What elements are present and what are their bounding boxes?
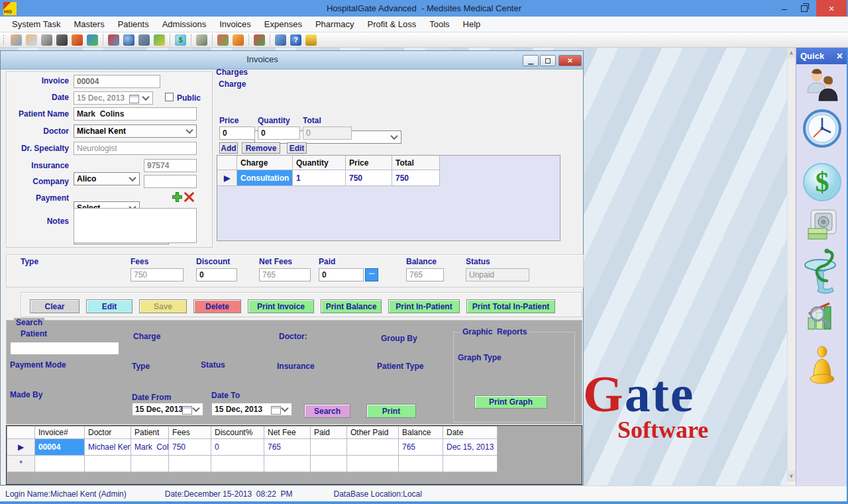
report-search-icon[interactable] [804, 299, 840, 338]
column-header[interactable]: Other Paid [347, 427, 399, 439]
insurance-number-field[interactable]: 97574 [144, 159, 197, 172]
column-header[interactable]: Invoice# [35, 427, 85, 439]
pen-icon[interactable] [72, 34, 83, 46]
child-minimize-button[interactable]: ▁ [523, 55, 539, 66]
grid-cell[interactable] [131, 456, 169, 472]
patient-icon[interactable] [26, 34, 37, 46]
clear-button[interactable]: Clear [30, 299, 80, 313]
grid-cell[interactable] [443, 456, 498, 472]
grid-cell[interactable]: 00004 [35, 439, 85, 456]
calendar-icon[interactable] [271, 406, 281, 415]
column-header[interactable]: Doctor [85, 427, 131, 439]
print-total-inpatient-button[interactable]: Print Total In-Patient [466, 299, 555, 313]
grid-cell[interactable]: 750 [392, 170, 440, 186]
netfees-field[interactable]: 765 [259, 268, 311, 281]
scroll-up-icon[interactable]: ∧ [788, 48, 795, 58]
bell-icon[interactable] [808, 346, 837, 389]
clock-icon[interactable] [802, 109, 842, 151]
public-checkbox[interactable] [165, 93, 174, 101]
column-header[interactable]: Discount% [211, 427, 264, 439]
menu-invoices[interactable]: Invoices [213, 17, 258, 32]
grid-cell[interactable]: 750 [169, 439, 211, 456]
mail-icon[interactable] [217, 34, 229, 46]
column-header[interactable]: Fees [169, 427, 211, 439]
restore-button[interactable] [795, 0, 814, 17]
notes-field[interactable] [74, 208, 197, 243]
child-close-button[interactable]: ✕ [558, 55, 582, 66]
table-row[interactable]: * [7, 456, 499, 472]
quantity-field[interactable]: 0 [258, 126, 300, 140]
scroll-down-icon[interactable]: ∨ [788, 471, 795, 481]
calendar-icon[interactable] [129, 95, 139, 103]
row-selector[interactable]: * [7, 456, 35, 472]
grid-cell[interactable] [311, 456, 347, 472]
menu-masters[interactable]: Masters [67, 17, 111, 32]
child-restore-button[interactable] [540, 55, 556, 66]
column-header[interactable]: Net Fee [264, 427, 311, 439]
mdi-scrollbar[interactable]: ∧ ∨ [787, 48, 796, 481]
redo-arrow-icon[interactable] [233, 34, 244, 46]
bell-icon[interactable] [305, 34, 317, 46]
date-from-field[interactable]: 15 Dec, 2013 [132, 403, 203, 416]
print-graph-button[interactable]: Print Graph [474, 395, 547, 409]
dollar-coin-icon[interactable]: $ [175, 34, 186, 46]
column-header[interactable]: Quantity [293, 156, 346, 170]
grid-cell[interactable] [169, 456, 211, 472]
specialty-field[interactable]: Neurologist [74, 142, 197, 155]
grid-cell[interactable]: 765 [264, 439, 311, 456]
menu-system-task[interactable]: System Task [5, 17, 67, 32]
grid-cell[interactable]: Dec 15, 2013 [443, 439, 498, 456]
search-patient-input[interactable] [10, 342, 119, 355]
print-invoice-button[interactable]: Print Invoice [248, 299, 314, 313]
pharmacy-icon[interactable] [803, 248, 841, 299]
date-field[interactable]: 15 Dec, 2013 [74, 91, 153, 105]
paid-details-button[interactable]: ... [365, 268, 378, 281]
menu-profit-loss[interactable]: Profit & Loss [360, 17, 423, 32]
price-field[interactable]: 0 [219, 126, 255, 140]
grid-cell[interactable]: Mark Colins [131, 439, 169, 456]
menu-patients[interactable]: Patients [111, 17, 156, 32]
doctor-select[interactable]: Michael Kent [74, 125, 197, 138]
add-charge-button[interactable]: Add [219, 142, 238, 154]
dollar-icon[interactable]: $ [802, 162, 843, 205]
delete-button[interactable]: Delete [193, 299, 241, 313]
print-balance-button[interactable]: Print Balance [321, 299, 382, 313]
help-icon[interactable]: ? [290, 34, 301, 46]
grid-cell[interactable]: 1 [293, 170, 346, 186]
search-print-button[interactable]: Print [366, 404, 416, 418]
column-header[interactable]: Price [346, 156, 392, 170]
menu-expenses[interactable]: Expenses [258, 17, 309, 32]
grid-cell[interactable] [347, 456, 399, 472]
menu-admissions[interactable]: Admissions [156, 17, 213, 32]
add-payment-icon[interactable] [172, 191, 183, 205]
column-header[interactable]: Paid [311, 427, 347, 439]
invoices-table[interactable]: Invoice#DoctorPatientFeesDiscount%Net Fe… [7, 427, 499, 472]
gift-box-icon[interactable] [254, 34, 265, 46]
row-selector[interactable]: ▶ [7, 439, 35, 456]
column-header[interactable]: Date [443, 427, 498, 439]
delete-payment-icon[interactable] [184, 191, 195, 205]
column-header[interactable] [217, 156, 237, 170]
grid-cell[interactable] [311, 439, 347, 456]
print-inpatient-button[interactable]: Print In-Patient [388, 299, 460, 313]
safe-icon[interactable] [805, 208, 839, 245]
chevron-down-icon[interactable] [192, 405, 199, 412]
table-row[interactable]: ▶Consultation1750750 [217, 170, 560, 186]
menu-help[interactable]: Help [456, 17, 488, 32]
calendar-icon[interactable] [182, 406, 192, 415]
edit-button[interactable]: Edit [86, 299, 132, 313]
row-selector[interactable]: ▶ [217, 170, 237, 186]
grid-cell[interactable] [399, 456, 443, 472]
remove-charge-button[interactable]: Remove [242, 142, 280, 154]
fax-icon[interactable] [138, 34, 150, 46]
package-icon[interactable] [196, 34, 207, 46]
patients-icon[interactable] [804, 66, 840, 107]
minimize-button[interactable]: – [775, 0, 794, 17]
invoice-number-field[interactable]: 00004 [74, 75, 160, 88]
date-to-field[interactable]: 15 Dec, 2013 [211, 403, 292, 416]
save-button[interactable]: Save [139, 299, 187, 313]
grid-cell[interactable] [35, 456, 85, 472]
money-leaf-icon[interactable] [154, 34, 165, 46]
globe-icon[interactable] [87, 34, 98, 46]
patients-group-icon[interactable] [11, 34, 22, 46]
